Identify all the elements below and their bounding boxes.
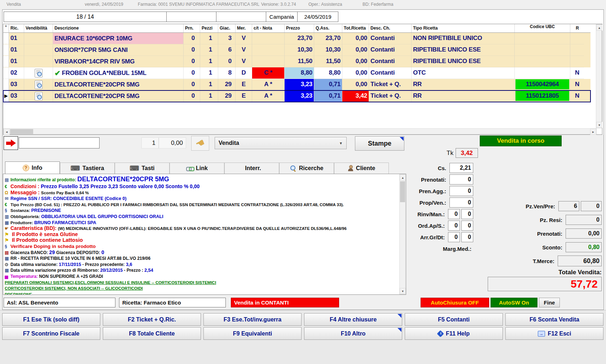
col-header-mer[interactable]: Mer.	[236, 24, 252, 32]
field-value-box[interactable]: 6	[558, 201, 579, 211]
fkey-f12[interactable]: → F12 Esci	[505, 327, 603, 340]
col-header-vendibilita[interactable]: Vendibilità	[24, 24, 53, 32]
tab-ricerche[interactable]: Ricerche	[279, 163, 334, 174]
lens-document-icon[interactable]	[35, 80, 43, 89]
fkey-f10[interactable]: F10 Altro	[304, 327, 402, 340]
tab-tastiera[interactable]: ⌨ Tastiera	[60, 163, 115, 174]
scroll-up-icon[interactable]: ▲	[596, 25, 602, 31]
cell-desch: Contanti	[369, 44, 412, 56]
table-row[interactable]: 02 ✔FROBEN GOLA*NEBUL 15ML 0 1 8 D C * 8…	[3, 67, 590, 79]
info-text: Data ultima variazione:	[10, 262, 59, 267]
fkey-f1[interactable]: F1 Ese Tik (solo diff)	[2, 313, 100, 326]
field-value-box[interactable]: 0	[448, 221, 460, 231]
fkey-f4[interactable]: F4 Altre chiusure	[304, 313, 402, 326]
fkey-f3[interactable]: F3 Ese.Tot/inv.guerra	[203, 313, 302, 326]
tab-cliente[interactable]: Cliente	[334, 163, 389, 174]
grid-horizontal-scrollbar[interactable]: ◄ ►	[3, 128, 597, 134]
product-detail-button[interactable]	[24, 67, 53, 79]
info-text[interactable]: CORTICOSTEROIDI SISTEMICI, NON ASSOCIATI…	[5, 286, 143, 290]
field-value-box[interactable]: 0	[448, 209, 460, 219]
field-value-box[interactable]: 0	[461, 209, 473, 219]
field-value-box[interactable]: 0	[566, 215, 602, 225]
col-header-r[interactable]: R	[570, 24, 584, 32]
grid-vertical-scrollbar[interactable]: ▲ ▼	[596, 24, 602, 128]
sale-date-field[interactable]: 24/05/2019	[297, 12, 338, 22]
product-detail-button[interactable]	[24, 56, 53, 67]
scroll-right-icon[interactable]: ►	[590, 129, 596, 135]
fkey-f8[interactable]: F8 Totale Cliente	[103, 327, 201, 340]
scroll-left-icon[interactable]: ◄	[4, 129, 10, 135]
col-header-nota[interactable]: c/t - Nota	[252, 24, 285, 32]
fkey-f2[interactable]: F2 Ticket + Q.Ric.	[103, 313, 201, 326]
field-value-box[interactable]: 0,80	[566, 242, 602, 252]
col-header-prezzo[interactable]: Prezzo	[285, 24, 314, 32]
hscroll-thumb[interactable]	[10, 129, 33, 134]
hand-pointer-button[interactable]: ☚	[191, 136, 209, 151]
table-row[interactable]: 03 DELTACORTENE*20CPR 5MG 0 1 29 E A * 3…	[3, 79, 590, 90]
top-field-3[interactable]	[216, 12, 266, 22]
sale-type-select[interactable]: Vendita ▼	[215, 137, 347, 149]
top-field-2[interactable]	[166, 12, 216, 22]
col-header-desch[interactable]: Desc. Ch.	[369, 24, 412, 32]
field-value-box[interactable]: 0	[449, 186, 473, 196]
confirm-arrow-button[interactable]	[4, 136, 18, 150]
asl-field[interactable]: Asl: ASL Benevento	[4, 298, 115, 307]
scroll-down-icon[interactable]: ▼	[400, 288, 406, 294]
field-value-box[interactable]: 0	[581, 201, 602, 211]
info-text[interactable]: PREPARATI ORMONALI SISTEMICI,ESCL.ORMONI…	[5, 280, 216, 285]
fkey-f9[interactable]: F9 Equivalenti	[203, 327, 302, 340]
lens-document-icon[interactable]	[35, 69, 43, 77]
product-detail-button[interactable]	[24, 33, 53, 44]
field-value-box[interactable]: 60,80	[558, 256, 602, 266]
product-detail-button[interactable]	[24, 44, 53, 56]
tk-value-field[interactable]: 3,42	[456, 148, 478, 158]
col-header-tiporicetta[interactable]: Tipo Ricetta	[412, 24, 515, 32]
fkey-f11[interactable]: F11 Help	[405, 327, 503, 340]
product-detail-button[interactable]	[24, 90, 53, 102]
lens-document-icon[interactable]	[35, 92, 43, 101]
col-header-qass[interactable]: Q.Ass.	[314, 24, 342, 32]
tab-tasti[interactable]: ⌨ Tasti	[115, 163, 170, 174]
info-text[interactable]: PREDNISONE	[5, 292, 32, 295]
ticket-counter-field[interactable]: 18 / 14	[4, 12, 167, 22]
field-value-box[interactable]: 0	[449, 197, 473, 208]
info-vertical-scrollbar[interactable]: ▲ ▼	[399, 174, 405, 294]
amount-field[interactable]: 0,00	[159, 137, 186, 148]
fkey-f7[interactable]: F7 Scontrino Fiscale	[2, 327, 100, 340]
field-value-box[interactable]: 0	[461, 221, 473, 231]
tab-interr[interactable]: Interr.	[224, 163, 279, 174]
table-row[interactable]: 01 VIRBAKOR*14CPR RIV 5MG 0 1 0 V 11,50 …	[3, 56, 590, 67]
euro-icon: €	[5, 202, 10, 208]
scroll-down-icon[interactable]: ▼	[596, 122, 602, 128]
col-header-codiceubc[interactable]: Codice UBC	[515, 24, 570, 32]
vscroll-thumb[interactable]	[400, 181, 405, 202]
table-row[interactable]: ▶ 03 DELTACORTENE*20CPR 5MG 0 1 29 E A *…	[3, 90, 590, 102]
tab-link[interactable]: Link	[170, 163, 224, 174]
quantity-field[interactable]: 1	[141, 137, 159, 148]
barcode-input[interactable]	[19, 137, 100, 148]
fkey-f6[interactable]: F6 Sconta Vendita	[505, 313, 603, 326]
table-row[interactable]: 01 ONSIOR*7CPR 5MG CANI 0 1 6 V 10,30 10…	[3, 44, 590, 56]
autochiusura-toggle[interactable]: AutoChiusura OFF	[421, 298, 489, 307]
col-header-pezzi[interactable]: Pezzi	[200, 24, 218, 32]
autosw-toggle[interactable]: AutoSW On	[491, 298, 537, 307]
col-header-descrizione[interactable]: Descrizione	[53, 24, 184, 32]
stampe-button[interactable]: Stampe	[355, 136, 404, 151]
expand-icon[interactable]: +	[3, 24, 9, 32]
field-value-box[interactable]: 0	[461, 232, 473, 242]
col-header-ric[interactable]: Ric.	[9, 24, 24, 32]
field-value-box[interactable]: 0,00	[566, 228, 602, 239]
table-row[interactable]: 01 ENURACE 10*60CPR 10MG 0 1 3 V 23,70 2…	[3, 33, 590, 44]
fkey-f5[interactable]: F5 Contanti	[405, 313, 503, 326]
field-value-box[interactable]: 0	[449, 174, 473, 185]
col-header-prn[interactable]: Prn.	[184, 24, 200, 32]
field-value-box[interactable]: 2,21	[449, 163, 473, 173]
product-detail-button[interactable]	[24, 79, 53, 90]
scroll-up-icon[interactable]: ▲	[400, 174, 406, 181]
field-value-box[interactable]: 0	[448, 232, 460, 242]
col-header-totricetta[interactable]: Tot.Ricetta	[342, 24, 369, 32]
tab-info[interactable]: ? Info	[5, 161, 60, 174]
ricetta-field[interactable]: Ricetta: Farmaco Etico	[119, 298, 226, 307]
col-header-giac[interactable]: Giac.	[218, 24, 236, 32]
fine-button[interactable]: Fine	[539, 298, 560, 307]
